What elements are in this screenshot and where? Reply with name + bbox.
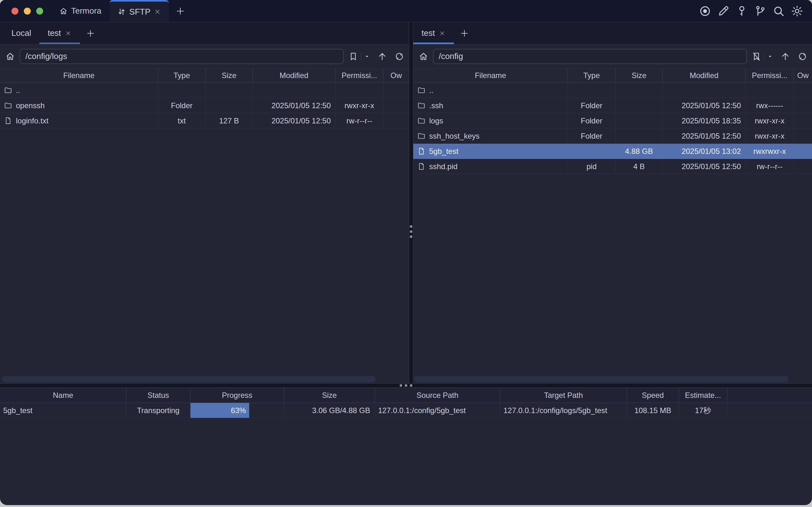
- file-type: [568, 83, 615, 98]
- column-header-owner[interactable]: Ow: [383, 68, 409, 82]
- table-row[interactable]: ssh_host_keys Folder 2025/01/05 12:50 rw…: [413, 128, 812, 144]
- tab-sftp-close-icon[interactable]: [154, 8, 161, 15]
- right-bookmark-dropdown-icon[interactable]: [767, 53, 773, 60]
- key-icon[interactable]: [735, 4, 749, 18]
- record-icon[interactable]: [698, 4, 712, 18]
- tab-termora-label: Termora: [71, 6, 101, 16]
- column-header-permissions[interactable]: Permissi...: [746, 68, 794, 82]
- title-bar-drag-area: [192, 0, 698, 22]
- file-owner: [383, 113, 409, 128]
- column-header-estimate[interactable]: Estimate...: [679, 388, 727, 403]
- left-bookmark-dropdown-icon[interactable]: [364, 53, 370, 60]
- zoom-window-button[interactable]: [36, 8, 43, 15]
- new-tab-button[interactable]: [169, 0, 192, 22]
- table-row[interactable]: ..: [0, 83, 409, 98]
- filename: 5gb_test: [429, 147, 458, 156]
- transfer-row[interactable]: 5gb_test Transporting 63% 3.06 GB/4.88 G…: [0, 403, 812, 418]
- folder-icon: [417, 86, 426, 95]
- column-header-source-path[interactable]: Source Path: [375, 388, 500, 403]
- column-header-name[interactable]: Name: [0, 388, 126, 403]
- file-modified: 2025/01/05 12:50: [253, 113, 335, 128]
- right-path-actions: [751, 51, 808, 62]
- left-up-directory-icon[interactable]: [377, 51, 387, 62]
- source-control-icon[interactable]: [754, 4, 767, 18]
- right-table-empty-area: [413, 174, 812, 383]
- left-bookmark-icon[interactable]: [348, 51, 359, 62]
- right-tab-test[interactable]: test: [413, 22, 454, 44]
- table-row[interactable]: openssh Folder 2025/01/05 12:50 rwxr-xr-…: [0, 98, 409, 113]
- column-header-speed[interactable]: Speed: [627, 388, 679, 403]
- right-file-table: Filename Type Size Modified Permissi... …: [413, 68, 812, 383]
- tab-sftp[interactable]: SFTP: [110, 0, 169, 22]
- file-size: 4 B: [615, 159, 663, 174]
- right-up-directory-icon[interactable]: [780, 51, 791, 62]
- pane-splitter[interactable]: [409, 22, 413, 383]
- right-path-input[interactable]: [433, 49, 747, 64]
- file-type: [568, 144, 615, 159]
- column-header-target-path[interactable]: Target Path: [500, 388, 627, 403]
- file-browser-split: Local test: [0, 22, 812, 383]
- left-horizontal-scrollbar[interactable]: [2, 376, 376, 382]
- left-tab-test-close-icon[interactable]: [65, 30, 72, 37]
- transfers-splitter[interactable]: [0, 383, 812, 388]
- transfer-estimate: 17秒: [679, 403, 727, 418]
- column-header-type[interactable]: Type: [568, 68, 615, 82]
- edit-icon[interactable]: [717, 4, 730, 18]
- file-icon: [417, 147, 426, 156]
- column-header-size[interactable]: Size: [206, 68, 253, 82]
- table-row[interactable]: sshd.pid pid 4 B 2025/01/05 12:50 rw-r--…: [413, 159, 812, 174]
- tab-termora-home[interactable]: Termora: [51, 0, 110, 22]
- transfer-progress-label: 63%: [231, 406, 246, 415]
- table-row[interactable]: loginfo.txt txt 127 B 2025/01/05 12:50 r…: [0, 113, 409, 128]
- right-refresh-icon[interactable]: [797, 51, 808, 62]
- minimize-window-button[interactable]: [24, 8, 31, 15]
- column-header-filename[interactable]: Filename: [0, 68, 158, 82]
- left-tab-test[interactable]: test: [39, 22, 80, 44]
- file-size: 127 B: [206, 113, 253, 128]
- settings-gear-icon[interactable]: [791, 4, 804, 18]
- table-row-selected[interactable]: 5gb_test 4.88 GB 2025/01/05 13:02 rwxrwx…: [413, 144, 812, 159]
- filename: ..: [16, 86, 20, 95]
- file-icon: [4, 116, 12, 125]
- right-add-tab-button[interactable]: [454, 22, 475, 44]
- left-tab-local[interactable]: Local: [3, 22, 39, 44]
- left-path-actions: [348, 51, 404, 62]
- right-bookmark-slash-icon[interactable]: [751, 51, 762, 62]
- left-path-input[interactable]: [20, 49, 344, 64]
- left-add-tab-button[interactable]: [80, 22, 101, 44]
- filename: .ssh: [429, 101, 443, 110]
- column-header-owner[interactable]: Ow: [794, 68, 812, 82]
- folder-icon: [4, 101, 12, 110]
- file-size: [615, 98, 663, 113]
- column-header-size[interactable]: Size: [284, 388, 375, 403]
- left-tab-local-label: Local: [11, 28, 31, 38]
- file-modified: 2025/01/05 12:50: [663, 128, 746, 144]
- column-header-progress[interactable]: Progress: [191, 388, 284, 403]
- right-home-icon[interactable]: [418, 51, 429, 62]
- table-row[interactable]: .ssh Folder 2025/01/05 12:50 rwx------: [413, 98, 812, 113]
- column-header-modified[interactable]: Modified: [663, 68, 746, 82]
- file-size: 4.88 GB: [615, 144, 663, 159]
- column-header-type[interactable]: Type: [158, 68, 206, 82]
- left-home-icon[interactable]: [5, 51, 15, 62]
- right-horizontal-scrollbar[interactable]: [414, 376, 789, 382]
- title-bar: Termora SFTP: [0, 0, 812, 22]
- table-row[interactable]: ..: [413, 83, 812, 98]
- left-refresh-icon[interactable]: [394, 51, 404, 62]
- close-window-button[interactable]: [11, 8, 18, 15]
- left-tab-test-label: test: [48, 28, 61, 38]
- search-icon[interactable]: [772, 4, 785, 18]
- column-header-status[interactable]: Status: [126, 388, 191, 403]
- column-header-size[interactable]: Size: [615, 68, 663, 82]
- file-type: pid: [568, 159, 615, 174]
- transfer-empty-cell: [727, 403, 812, 418]
- column-header-modified[interactable]: Modified: [253, 68, 335, 82]
- transfer-source-path: 127.0.0.1:/config/5gb_test: [375, 403, 500, 418]
- filename: sshd.pid: [429, 162, 457, 171]
- column-header-filename[interactable]: Filename: [413, 68, 568, 82]
- column-header-permissions[interactable]: Permissi...: [335, 68, 383, 82]
- file-owner: [794, 159, 812, 174]
- transfer-name: 5gb_test: [0, 403, 126, 418]
- right-tab-test-close-icon[interactable]: [439, 30, 446, 37]
- table-row[interactable]: logs Folder 2025/01/05 18:35 rwxr-xr-x: [413, 113, 812, 128]
